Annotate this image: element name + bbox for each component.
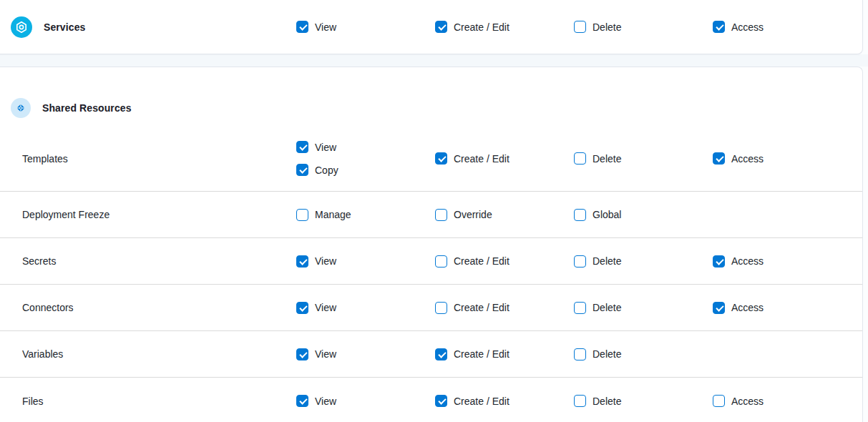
- permission-checkbox-delete[interactable]: Delete: [574, 302, 713, 314]
- checkbox-checked-icon[interactable]: [296, 302, 308, 314]
- permission-column: Create / Edit: [435, 255, 574, 268]
- checkbox-unchecked-icon[interactable]: [296, 209, 308, 221]
- permission-checkbox-override[interactable]: Override: [435, 209, 574, 221]
- permission-label[interactable]: View: [315, 396, 336, 406]
- permission-checkbox-access[interactable]: Access: [713, 302, 846, 314]
- services-hexagon-icon: [11, 16, 32, 38]
- permission-label[interactable]: Create / Edit: [454, 154, 509, 164]
- permission-label[interactable]: Access: [731, 396, 764, 406]
- permission-checkbox-view[interactable]: View: [296, 302, 435, 314]
- permission-label[interactable]: Create / Edit: [454, 22, 509, 32]
- checkbox-checked-icon[interactable]: [713, 255, 725, 268]
- checkbox-checked-icon[interactable]: [435, 152, 447, 165]
- permission-label[interactable]: View: [315, 303, 336, 313]
- resource-row-label: Variables: [11, 348, 296, 360]
- permission-checkbox-view[interactable]: View: [296, 395, 435, 407]
- permission-label[interactable]: Create / Edit: [454, 396, 509, 406]
- checkbox-unchecked-icon[interactable]: [574, 395, 586, 407]
- permission-label[interactable]: Access: [731, 22, 764, 32]
- permission-label[interactable]: Global: [593, 210, 621, 220]
- checkbox-unchecked-icon[interactable]: [435, 255, 447, 268]
- permission-label[interactable]: Delete: [593, 303, 621, 313]
- permission-checkbox-access[interactable]: Access: [713, 21, 846, 33]
- permission-label[interactable]: Access: [731, 154, 764, 164]
- checkbox-unchecked-icon[interactable]: [574, 21, 586, 33]
- permission-label[interactable]: Delete: [593, 154, 621, 164]
- permission-checkbox-access[interactable]: Access: [713, 152, 846, 165]
- checkbox-checked-icon[interactable]: [296, 164, 308, 176]
- permission-column: View: [296, 255, 435, 268]
- resource-row-connectors: ConnectorsViewCreate / EditDeleteAccess: [0, 285, 862, 331]
- shared-resources-icon: [11, 98, 31, 118]
- permission-checkbox-create-edit[interactable]: Create / Edit: [435, 395, 574, 407]
- checkbox-checked-icon[interactable]: [435, 395, 447, 407]
- resource-row-label: Files: [11, 396, 296, 407]
- permission-checkbox-delete[interactable]: Delete: [574, 21, 713, 33]
- permission-column: Create / Edit: [435, 21, 574, 33]
- permission-checkbox-view[interactable]: View: [296, 348, 435, 360]
- permission-label[interactable]: Delete: [593, 396, 621, 406]
- permission-label[interactable]: View: [315, 349, 336, 359]
- permission-label[interactable]: Copy: [315, 165, 338, 175]
- permission-label[interactable]: Manage: [315, 210, 351, 220]
- checkbox-unchecked-icon[interactable]: [574, 302, 586, 314]
- permission-label[interactable]: Access: [731, 303, 764, 313]
- permission-checkbox-create-edit[interactable]: Create / Edit: [435, 348, 574, 360]
- permission-column: Create / Edit: [435, 395, 574, 407]
- permission-label[interactable]: Delete: [593, 256, 621, 266]
- permission-checkbox-create-edit[interactable]: Create / Edit: [435, 152, 574, 165]
- permission-label[interactable]: View: [315, 256, 336, 266]
- checkbox-checked-icon[interactable]: [296, 255, 308, 268]
- section-gap-band: [0, 54, 868, 67]
- permission-checkbox-delete[interactable]: Delete: [574, 348, 713, 360]
- checkbox-checked-icon[interactable]: [296, 21, 308, 33]
- checkbox-unchecked-icon[interactable]: [435, 209, 447, 221]
- permission-column: Delete: [574, 21, 713, 33]
- checkbox-checked-icon[interactable]: [296, 348, 308, 360]
- checkbox-unchecked-icon[interactable]: [574, 209, 586, 221]
- permission-label[interactable]: Access: [731, 256, 764, 266]
- permission-checkbox-create-edit[interactable]: Create / Edit: [435, 21, 574, 33]
- checkbox-checked-icon[interactable]: [296, 141, 308, 153]
- resource-row-label: Secrets: [11, 255, 296, 267]
- resource-row-files: FilesViewCreate / EditDeleteAccess: [0, 378, 862, 422]
- permission-checkbox-global[interactable]: Global: [574, 209, 713, 221]
- permission-label[interactable]: Create / Edit: [454, 256, 509, 266]
- checkbox-unchecked-icon[interactable]: [574, 152, 586, 165]
- permission-label[interactable]: Create / Edit: [454, 303, 509, 313]
- permission-label[interactable]: Override: [454, 210, 492, 220]
- permission-checkbox-view[interactable]: View: [296, 255, 435, 268]
- checkbox-checked-icon[interactable]: [713, 21, 725, 33]
- services-card: Services ViewCreate / EditDeleteAccess: [0, 0, 863, 54]
- permission-checkbox-manage[interactable]: Manage: [296, 209, 435, 221]
- permission-checkbox-view[interactable]: View: [296, 21, 435, 33]
- permission-checkbox-create-edit[interactable]: Create / Edit: [435, 255, 574, 268]
- checkbox-unchecked-icon[interactable]: [574, 255, 586, 268]
- permission-checkbox-delete[interactable]: Delete: [574, 395, 713, 407]
- permission-label[interactable]: Create / Edit: [454, 349, 509, 359]
- checkbox-checked-icon[interactable]: [435, 21, 447, 33]
- permission-column: Manage: [296, 209, 435, 221]
- permission-checkbox-delete[interactable]: Delete: [574, 152, 713, 165]
- permission-checkbox-copy[interactable]: Copy: [296, 164, 435, 176]
- permission-label[interactable]: View: [315, 22, 336, 32]
- checkbox-unchecked-icon[interactable]: [713, 395, 725, 407]
- permission-label[interactable]: Delete: [593, 349, 621, 359]
- checkbox-unchecked-icon[interactable]: [574, 348, 586, 360]
- checkbox-checked-icon[interactable]: [435, 348, 447, 360]
- services-section-title: Services: [44, 21, 85, 33]
- checkbox-checked-icon[interactable]: [713, 152, 725, 165]
- checkbox-checked-icon[interactable]: [296, 395, 308, 407]
- permission-checkbox-create-edit[interactable]: Create / Edit: [435, 302, 574, 314]
- permission-checkbox-view[interactable]: View: [296, 141, 435, 153]
- permission-label[interactable]: Delete: [593, 22, 621, 32]
- permission-checkbox-access[interactable]: Access: [713, 395, 846, 407]
- checkbox-checked-icon[interactable]: [713, 302, 725, 314]
- permission-checkbox-access[interactable]: Access: [713, 255, 846, 268]
- permission-label[interactable]: View: [315, 142, 336, 152]
- permission-column: Delete: [574, 395, 713, 407]
- checkbox-unchecked-icon[interactable]: [435, 302, 447, 314]
- services-title-cell: Services: [11, 16, 296, 38]
- permission-checkbox-delete[interactable]: Delete: [574, 255, 713, 268]
- permission-column: Global: [574, 209, 713, 221]
